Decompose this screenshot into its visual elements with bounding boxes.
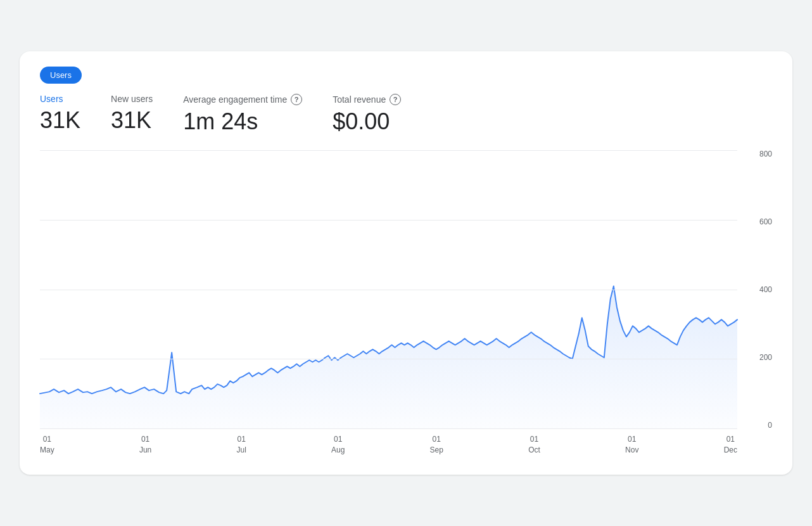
- y-label-800: 800: [759, 150, 772, 158]
- chart-fill-area: [40, 286, 737, 428]
- y-label-200: 200: [759, 354, 772, 361]
- metric-engagement-label: Average engagement time ?: [183, 94, 302, 105]
- metric-users-value: 31K: [40, 106, 80, 134]
- x-label-dec: 01 Dec: [724, 434, 737, 456]
- metrics-row: Users 31K New users 31K Average engageme…: [40, 94, 772, 135]
- y-axis: 800 600 400 200 0: [740, 150, 772, 429]
- x-label-may: 01 May: [40, 434, 54, 456]
- x-label-aug: 01 Aug: [331, 434, 345, 456]
- engagement-info-icon[interactable]: ?: [291, 94, 302, 105]
- metric-revenue-label: Total revenue ?: [333, 94, 401, 105]
- metric-users: Users 31K: [40, 94, 80, 134]
- metric-revenue-value: $0.00: [333, 108, 401, 135]
- metric-engagement: Average engagement time ? 1m 24s: [183, 94, 302, 135]
- grid-line-200: [40, 359, 737, 359]
- grid-line-800: [40, 150, 737, 151]
- chart-area: 800 600 400 200 0 01 May 01 Jun 01 Jul: [40, 150, 772, 454]
- metric-new-users-label: New users: [111, 94, 153, 104]
- grid-line-600: [40, 220, 737, 221]
- x-label-oct: 01 Oct: [528, 434, 540, 456]
- x-axis: 01 May 01 Jun 01 Jul 01 Aug 01 Sep: [40, 429, 737, 454]
- x-label-sep: 01 Sep: [430, 434, 443, 456]
- x-label-jul: 01 Jul: [236, 434, 246, 456]
- y-label-600: 600: [759, 218, 772, 226]
- chart-container: 800 600 400 200 0 01 May 01 Jun 01 Jul: [40, 150, 772, 454]
- y-label-400: 400: [759, 286, 772, 293]
- metric-users-label: Users: [40, 94, 80, 104]
- chart-inner: [40, 150, 737, 429]
- metric-engagement-value: 1m 24s: [183, 108, 302, 135]
- metric-new-users: New users 31K: [111, 94, 153, 134]
- grid-line-400: [40, 290, 737, 290]
- x-label-jun: 01 Jun: [139, 434, 151, 456]
- metric-new-users-value: 31K: [111, 106, 153, 134]
- x-label-nov: 01 Nov: [625, 434, 638, 456]
- y-label-0: 0: [768, 421, 772, 429]
- users-tab-button[interactable]: Users: [40, 67, 82, 84]
- metric-revenue: Total revenue ? $0.00: [333, 94, 401, 135]
- analytics-card: Users Users 31K New users 31K Average en…: [20, 51, 792, 475]
- revenue-info-icon[interactable]: ?: [390, 94, 401, 105]
